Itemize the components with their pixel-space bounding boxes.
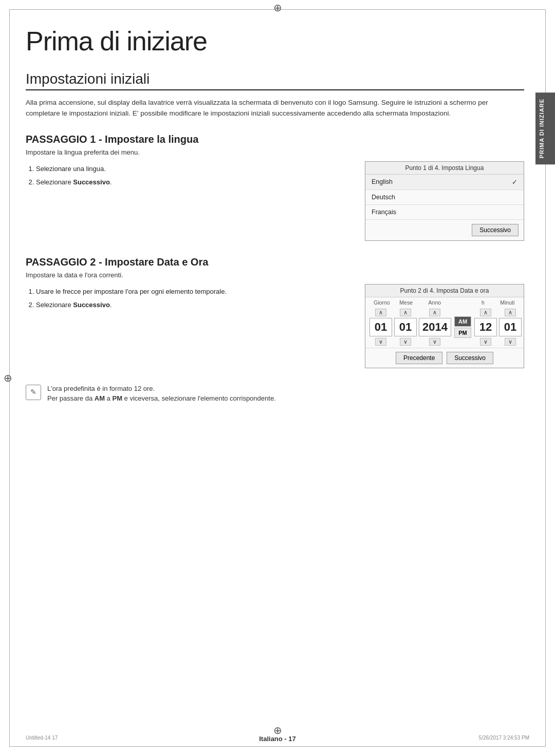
- step1-instruction2-bold: Successivo: [73, 178, 110, 186]
- col-label-mese: Mese: [394, 299, 418, 306]
- step1-columns: Selezionare una lingua. Selezionare Succ…: [26, 161, 524, 241]
- anno-value: 2014: [419, 318, 451, 336]
- step2-subtitle: Impostare la data e l'ora correnti.: [26, 271, 524, 279]
- mese-col: ∧ 01 ∨: [394, 309, 417, 346]
- lang-row-francais[interactable]: Français: [365, 205, 524, 220]
- anno-up[interactable]: ∧: [429, 309, 440, 316]
- crosshair-left: ⊕: [3, 373, 13, 383]
- step1-heading: PASSAGGIO 1 - Impostare la lingua: [26, 134, 524, 145]
- step2-instruction2-prefix: Selezionare: [36, 301, 73, 309]
- step2-list-item-1: Usare le frecce per impostare l'ora per …: [36, 286, 355, 297]
- main-content: Prima di iniziare Impostazioni iniziali …: [26, 15, 524, 414]
- note-text: L'ora predefinita è in formato 12 ore. P…: [47, 384, 276, 404]
- giorno-up[interactable]: ∧: [375, 309, 386, 316]
- intro-text: Alla prima accensione, sul display della…: [26, 98, 524, 119]
- datetime-grid: ∧ 01 ∨ ∧ 01 ∨ ∧ 2014: [365, 307, 524, 348]
- step1-list-item-2: Selezionare Successivo.: [36, 177, 355, 188]
- step1-instruction2-prefix: Selezionare: [36, 178, 73, 186]
- page-wrapper: ⊕ ⊕ ⊕ PRIMA DI INIZIARE Prima di iniziar…: [0, 0, 555, 756]
- mese-value: 01: [394, 318, 417, 336]
- note-line2-mid: a: [105, 394, 112, 402]
- am-pm-col: AM PM: [454, 316, 471, 338]
- step2-instructions: Usare le frecce per impostare l'ora per …: [26, 284, 355, 368]
- step1-instructions: Selezionare una lingua. Selezionare Succ…: [26, 161, 355, 241]
- datetime-btn-row: Precedente Successivo: [365, 348, 524, 368]
- step2-screenshot: Punto 2 di 4. Imposta Data e ora Giorno …: [365, 284, 524, 368]
- giorno-value: 01: [369, 318, 392, 336]
- side-tab: PRIMA DI INIZIARE: [535, 92, 555, 164]
- col-label-giorno: Giorno: [369, 299, 394, 306]
- am-button[interactable]: AM: [454, 316, 471, 327]
- meta-left: Untitled-14 17: [26, 735, 58, 741]
- step2-heading: PASSAGGIO 2 - Impostare Data e Ora: [26, 256, 524, 268]
- lang-widget: Punto 1 di 4. Imposta Lingua English ✓ D…: [365, 161, 524, 241]
- ore-col: ∧ 12 ∨: [474, 309, 497, 346]
- datetime-widget-title: Punto 2 di 4. Imposta Data e ora: [365, 285, 524, 297]
- note-am: AM: [95, 394, 105, 402]
- crosshair-bottom: ⊕: [272, 725, 283, 735]
- section-heading: Impostazioni iniziali: [26, 71, 524, 90]
- step2-list-item-2: Selezionare Successivo.: [36, 299, 355, 311]
- col-label-h: h: [471, 299, 495, 306]
- ore-up[interactable]: ∧: [480, 309, 491, 316]
- giorno-down[interactable]: ∨: [375, 338, 386, 346]
- note-icon: ✎: [26, 385, 41, 400]
- step2-list: Usare le frecce per impostare l'ora per …: [26, 286, 355, 311]
- note-line2-suffix: e viceversa, selezionare l'elemento corr…: [122, 394, 276, 402]
- minuti-col: ∧ 01 ∨: [499, 309, 522, 346]
- page-title: Prima di iniziare: [26, 26, 524, 56]
- anno-col: ∧ 2014 ∨: [419, 309, 451, 346]
- step2-instruction2-suffix: .: [110, 301, 112, 309]
- step1-subtitle: Impostare la lingua preferita dei menu.: [26, 148, 524, 156]
- lang-francais-label: Français: [372, 209, 396, 216]
- minuti-down[interactable]: ∨: [505, 338, 516, 346]
- giorno-col: ∧ 01 ∨: [369, 309, 392, 346]
- lang-english-check: ✓: [512, 178, 517, 186]
- minuti-up[interactable]: ∧: [505, 309, 516, 316]
- lang-deutsch-label: Deutsch: [372, 194, 395, 201]
- lang-english-label: English: [372, 178, 393, 185]
- crosshair-top: ⊕: [272, 3, 283, 13]
- ore-down[interactable]: ∨: [480, 338, 491, 346]
- anno-down[interactable]: ∨: [429, 338, 440, 346]
- mese-down[interactable]: ∨: [400, 338, 411, 346]
- meta-right: 5/26/2017 3:24:53 PM: [479, 735, 529, 741]
- step2-columns: Usare le frecce per impostare l'ora per …: [26, 284, 524, 368]
- mese-up[interactable]: ∧: [400, 309, 411, 316]
- datetime-successivo-button[interactable]: Successivo: [447, 352, 493, 364]
- step2-instruction2-bold: Successivo: [73, 301, 110, 309]
- step1-list: Selezionare una lingua. Selezionare Succ…: [26, 163, 355, 188]
- lang-row-deutsch[interactable]: Deutsch: [365, 190, 524, 205]
- note-line2: Per passare da AM a PM e viceversa, sele…: [47, 393, 276, 404]
- step1-instruction2-suffix: .: [110, 178, 112, 186]
- step1-list-item-1: Selezionare una lingua.: [36, 163, 355, 175]
- datetime-widget: Punto 2 di 4. Imposta Data e ora Giorno …: [365, 284, 524, 368]
- lang-successivo-button[interactable]: Successivo: [472, 224, 519, 236]
- note-pm: PM: [112, 394, 122, 402]
- step1-screenshot: Punto 1 di 4. Imposta Lingua English ✓ D…: [365, 161, 524, 241]
- col-label-anno: Anno: [418, 299, 451, 306]
- pm-button[interactable]: PM: [454, 328, 471, 338]
- datetime-col-headers: Giorno Mese Anno h Minuti: [365, 297, 524, 307]
- bottom-border: [9, 746, 546, 747]
- lang-widget-btn-row: Successivo: [365, 220, 524, 240]
- note-box: ✎ L'ora predefinita è in formato 12 ore.…: [26, 384, 524, 404]
- meta-bar: Untitled-14 17 5/26/2017 3:24:53 PM: [26, 735, 529, 741]
- minuti-value: 01: [499, 318, 522, 336]
- col-label-minuti: Minuti: [495, 299, 520, 306]
- note-line1: L'ora predefinita è in formato 12 ore.: [47, 384, 276, 394]
- ore-value: 12: [474, 318, 497, 336]
- note-line2-prefix: Per passare da: [47, 394, 95, 402]
- lang-widget-title: Punto 1 di 4. Imposta Lingua: [365, 162, 524, 175]
- datetime-precedente-button[interactable]: Precedente: [396, 352, 442, 364]
- lang-row-english[interactable]: English ✓: [365, 175, 524, 190]
